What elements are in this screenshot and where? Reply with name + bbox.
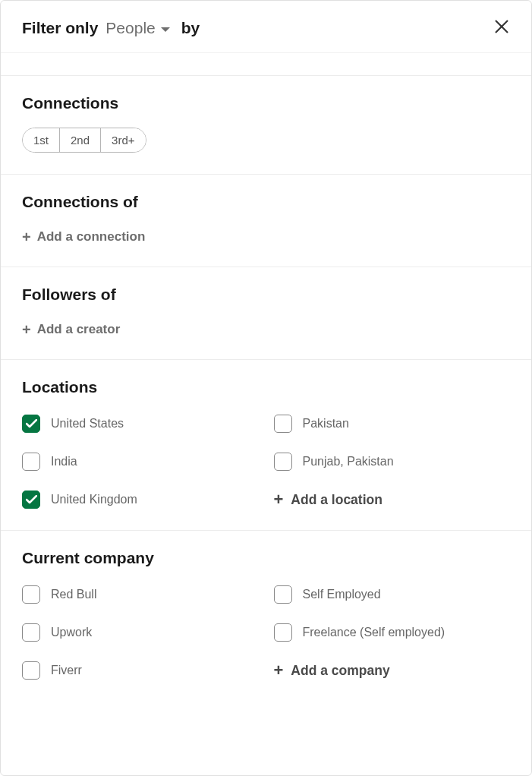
pill-2nd[interactable]: 2nd xyxy=(59,128,100,152)
section-title-locations: Locations xyxy=(22,378,510,396)
section-title-connections-of: Connections of xyxy=(22,193,510,211)
location-option[interactable]: United States xyxy=(22,415,259,433)
section-title-followers-of: Followers of xyxy=(22,285,510,304)
location-label: Punjab, Pakistan xyxy=(303,455,394,468)
header-by: by xyxy=(181,19,200,37)
close-button[interactable] xyxy=(493,17,510,39)
add-creator-button[interactable]: + Add a creator xyxy=(22,322,120,337)
filter-type-dropdown[interactable]: People xyxy=(105,19,170,37)
location-option[interactable]: Pakistan xyxy=(274,415,511,433)
add-location-label: Add a location xyxy=(291,492,382,508)
location-label: United Kingdom xyxy=(51,493,137,506)
company-label: Fiverr xyxy=(51,664,82,677)
add-connection-button[interactable]: + Add a connection xyxy=(22,229,145,244)
connections-pill-group: 1st 2nd 3rd+ xyxy=(22,128,146,153)
add-creator-label: Add a creator xyxy=(37,322,121,337)
location-label: Pakistan xyxy=(303,417,349,431)
location-label: India xyxy=(51,455,77,468)
plus-icon: + xyxy=(22,322,31,337)
location-option[interactable]: Punjab, Pakistan xyxy=(274,453,511,471)
location-option[interactable]: United Kingdom xyxy=(22,491,259,509)
checkbox-icon xyxy=(22,415,40,433)
add-location-button[interactable]: + Add a location xyxy=(274,491,511,509)
top-spacer xyxy=(1,53,531,76)
checkbox-icon xyxy=(22,661,40,680)
add-connection-label: Add a connection xyxy=(37,229,146,244)
checkbox-icon xyxy=(22,623,40,642)
company-label: Self Employed xyxy=(303,588,381,601)
close-icon xyxy=(493,18,510,35)
checkbox-icon xyxy=(274,415,292,433)
checkbox-icon xyxy=(22,585,40,604)
section-connections: Connections 1st 2nd 3rd+ xyxy=(1,76,531,175)
filter-header: Filter only People by xyxy=(1,1,531,53)
section-locations: Locations United States Pakistan India P… xyxy=(1,360,531,531)
section-title-connections: Connections xyxy=(22,94,510,112)
section-title-current-company: Current company xyxy=(22,549,510,567)
caret-down-icon xyxy=(160,19,171,37)
company-option[interactable]: Freelance (Self employed) xyxy=(274,623,511,642)
checkbox-icon xyxy=(274,585,292,604)
company-option[interactable]: Red Bull xyxy=(22,585,259,604)
add-company-label: Add a company xyxy=(291,663,389,679)
checkbox-icon xyxy=(274,453,292,471)
add-company-button[interactable]: + Add a company xyxy=(274,661,511,680)
pill-3rd[interactable]: 3rd+ xyxy=(100,128,145,152)
section-followers-of: Followers of + Add a creator xyxy=(1,267,531,360)
plus-icon: + xyxy=(22,229,31,244)
company-option[interactable]: Fiverr xyxy=(22,661,259,680)
company-grid: Red Bull Self Employed Upwork Freelance … xyxy=(22,585,510,680)
filter-scroll-area[interactable]: Connections 1st 2nd 3rd+ Connections of … xyxy=(1,53,531,776)
plus-icon: + xyxy=(274,491,284,508)
filter-type-label: People xyxy=(105,19,155,37)
locations-grid: United States Pakistan India Punjab, Pak… xyxy=(22,415,510,509)
company-label: Upwork xyxy=(51,626,92,639)
checkbox-icon xyxy=(274,623,292,642)
company-option[interactable]: Self Employed xyxy=(274,585,511,604)
company-label: Red Bull xyxy=(51,588,96,601)
section-current-company: Current company Red Bull Self Employed U… xyxy=(1,531,531,701)
location-label: United States xyxy=(51,417,124,431)
company-label: Freelance (Self employed) xyxy=(303,626,445,639)
header-title: Filter only xyxy=(22,19,98,37)
plus-icon: + xyxy=(274,662,284,679)
section-connections-of: Connections of + Add a connection xyxy=(1,175,531,267)
checkbox-icon xyxy=(22,491,40,509)
checkbox-icon xyxy=(22,453,40,471)
company-option[interactable]: Upwork xyxy=(22,623,259,642)
pill-1st[interactable]: 1st xyxy=(23,128,59,152)
location-option[interactable]: India xyxy=(22,453,259,471)
